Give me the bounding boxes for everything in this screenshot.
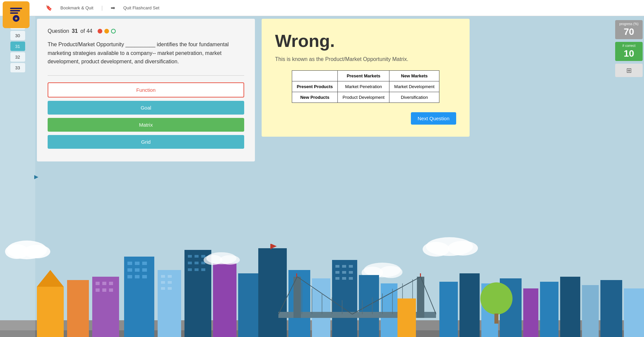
svg-rect-30 — [135, 275, 140, 278]
answer-matrix-button[interactable]: Matrix — [48, 118, 244, 132]
svg-rect-32 — [158, 270, 181, 337]
question-sidebar: 29 30 31 32 33 ▶ — [0, 16, 35, 337]
svg-rect-57 — [335, 265, 339, 268]
svg-rect-46 — [188, 268, 192, 271]
next-question-button[interactable]: Next Question — [411, 112, 456, 125]
svg-rect-65 — [349, 277, 353, 280]
sidebar-item-32[interactable]: 32 — [10, 52, 25, 62]
logo-line-3 — [10, 12, 18, 14]
bookmark-quit-link[interactable]: Bookmark & Quit — [60, 5, 93, 10]
app-logo[interactable]: ★ — [3, 1, 30, 28]
svg-rect-88 — [439, 282, 458, 337]
question-number: 31 — [72, 28, 78, 34]
svg-rect-48 — [201, 268, 205, 271]
correct-count-box: # correct 10 — [615, 42, 643, 61]
svg-rect-95 — [582, 285, 599, 337]
svg-rect-49 — [213, 263, 236, 337]
svg-rect-100 — [494, 314, 498, 324]
svg-rect-37 — [161, 287, 165, 290]
top-navigation: 🔖 Bookmark & Quit | ➡ Quit Flashcard Set — [0, 0, 644, 16]
svg-rect-66 — [359, 275, 379, 337]
dot-red — [98, 29, 102, 33]
svg-rect-50 — [238, 273, 258, 337]
matrix-row-label-new-products: New Products — [292, 92, 338, 103]
svg-rect-25 — [142, 262, 147, 265]
question-label: Question — [48, 28, 69, 34]
progress-percentage-box: progress (%) 70 — [615, 20, 643, 39]
svg-rect-35 — [161, 281, 165, 284]
logo-line-2 — [10, 10, 20, 11]
matrix-header-present-markets: Present Markets — [338, 71, 389, 81]
flashcard-icon: ⊞ — [626, 67, 632, 74]
answer-goal-button[interactable]: Goal — [48, 101, 244, 115]
svg-point-102 — [204, 255, 222, 265]
svg-rect-23 — [127, 262, 132, 265]
svg-rect-55 — [312, 278, 330, 337]
sidebar-item-30[interactable]: 30 — [10, 31, 25, 40]
flashcard-toggle-button[interactable]: ⊞ — [615, 64, 643, 77]
svg-rect-93 — [540, 282, 558, 337]
svg-rect-43 — [188, 262, 192, 264]
svg-rect-62 — [349, 271, 353, 274]
cityscape-background — [0, 230, 644, 337]
svg-rect-21 — [109, 288, 113, 292]
svg-rect-92 — [523, 288, 538, 337]
svg-rect-89 — [460, 273, 480, 337]
matrix-row-label-present-products: Present Products — [292, 81, 338, 92]
svg-rect-98 — [397, 298, 416, 337]
svg-rect-97 — [624, 288, 644, 337]
svg-rect-18 — [109, 282, 113, 285]
matrix-container: Present Markets New Markets Present Prod… — [275, 70, 456, 103]
matrix-header-new-markets: New Markets — [389, 71, 439, 81]
dot-green — [111, 29, 116, 33]
svg-rect-14 — [67, 280, 89, 337]
svg-rect-42 — [201, 255, 205, 258]
svg-point-9 — [379, 266, 402, 278]
question-header: Question 31 of 44 — [48, 28, 244, 34]
svg-rect-67 — [381, 283, 397, 337]
matrix-header-empty — [292, 71, 338, 81]
bookmark-icon: 🔖 — [46, 5, 52, 11]
answer-grid-button[interactable]: Grid — [48, 135, 244, 149]
quit-flashcard-link[interactable]: Quit Flashcard Set — [123, 5, 159, 10]
sidebar-item-33[interactable]: 33 — [10, 63, 25, 72]
matrix-cell-diversification: Diversification — [389, 92, 439, 103]
correct-value: 10 — [618, 48, 640, 59]
answer-function-button[interactable]: Function — [48, 82, 244, 97]
svg-rect-29 — [127, 275, 132, 278]
svg-rect-69 — [293, 277, 301, 318]
nav-separator: | — [101, 5, 103, 11]
svg-rect-17 — [102, 282, 106, 285]
svg-rect-58 — [342, 265, 346, 268]
sidebar-arrow-icon: ▶ — [34, 174, 38, 180]
svg-rect-24 — [135, 262, 140, 265]
progress-label: progress (%) — [618, 22, 640, 26]
svg-rect-63 — [335, 277, 339, 280]
feedback-panel: Wrong. This is known as the Product/Mark… — [262, 19, 470, 137]
svg-rect-31 — [142, 275, 147, 278]
progress-value: 70 — [618, 26, 640, 37]
logo-line-1 — [10, 8, 22, 9]
svg-rect-41 — [195, 255, 199, 258]
svg-rect-64 — [342, 277, 346, 280]
matrix-cell-penetration: Market Penetration — [338, 81, 389, 92]
question-panel: Question 31 of 44 The Product/Market Opp… — [37, 19, 255, 161]
svg-rect-51 — [258, 248, 287, 337]
svg-rect-61 — [342, 271, 346, 274]
progress-panel: progress (%) 70 # correct 10 ⊞ — [614, 19, 644, 78]
question-text: The Product/Market Opportunity _________… — [48, 40, 244, 66]
svg-rect-59 — [349, 265, 353, 268]
svg-rect-36 — [168, 281, 172, 284]
svg-rect-44 — [195, 262, 199, 264]
logo-star: ★ — [13, 15, 19, 22]
svg-rect-12 — [37, 287, 64, 337]
svg-rect-47 — [195, 268, 199, 271]
sidebar-item-31[interactable]: 31 — [10, 42, 25, 51]
svg-rect-28 — [142, 268, 147, 272]
svg-rect-20 — [102, 288, 106, 292]
svg-rect-40 — [188, 255, 192, 258]
svg-rect-34 — [168, 275, 172, 278]
correct-label: # correct — [618, 44, 640, 48]
svg-rect-15 — [92, 277, 119, 337]
svg-rect-104 — [520, 295, 522, 297]
